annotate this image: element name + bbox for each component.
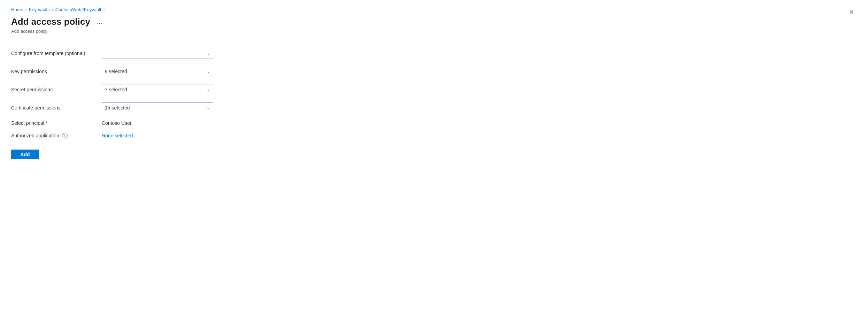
add-button[interactable]: Add	[11, 150, 39, 159]
breadcrumb: Home › Key vaults › ContosoWeb2Keyvault …	[11, 7, 857, 12]
secret-permissions-row: Secret permissions 7 selected ⌄	[11, 84, 857, 95]
certificate-permissions-label: Certificate permissions	[11, 105, 102, 111]
chevron-down-icon: ⌄	[207, 69, 210, 74]
principal-value: Contoso User	[102, 120, 132, 126]
page-title: Add access policy	[11, 16, 90, 27]
configure-template-dropdown[interactable]: ⌄	[102, 48, 213, 59]
chevron-down-icon: ⌄	[207, 51, 210, 56]
info-icon[interactable]: i	[62, 133, 68, 138]
chevron-down-icon: ⌄	[207, 105, 210, 110]
none-selected-link[interactable]: None selected	[102, 133, 133, 138]
configure-template-row: Configure from template (optional) ⌄	[11, 48, 857, 59]
key-permissions-label: Key permissions	[11, 69, 102, 74]
chevron-down-icon: ⌄	[207, 87, 210, 92]
breadcrumb-keyvault[interactable]: ContosoWeb2Keyvault	[55, 7, 101, 12]
breadcrumb-separator-3: ›	[103, 7, 105, 12]
secret-permissions-dropdown[interactable]: 7 selected ⌄	[102, 84, 213, 95]
key-permissions-value: 9 selected	[105, 69, 127, 74]
secret-permissions-label: Secret permissions	[11, 87, 102, 92]
certificate-permissions-value: 15 selected	[105, 105, 130, 111]
authorized-application-label: Authorized application i	[11, 133, 102, 138]
select-principal-row: Select principal * Contoso User	[11, 120, 857, 126]
breadcrumb-separator-1: ›	[25, 7, 27, 12]
breadcrumb-key-vaults[interactable]: Key vaults	[29, 7, 50, 12]
authorized-application-row: Authorized application i None selected	[11, 133, 857, 138]
form-container: Configure from template (optional) ⌄ Key…	[11, 48, 857, 159]
breadcrumb-home[interactable]: Home	[11, 7, 23, 12]
breadcrumb-separator-2: ›	[52, 7, 53, 12]
required-star: *	[46, 120, 47, 126]
close-button[interactable]: ✕	[846, 7, 857, 17]
key-permissions-row: Key permissions 9 selected ⌄	[11, 66, 857, 77]
configure-template-label: Configure from template (optional)	[11, 51, 102, 56]
page-subtitle: Add access policy	[11, 29, 857, 34]
certificate-permissions-row: Certificate permissions 15 selected ⌄	[11, 102, 857, 113]
more-options-button[interactable]: ...	[94, 17, 105, 26]
secret-permissions-value: 7 selected	[105, 87, 127, 92]
select-principal-label: Select principal *	[11, 120, 102, 126]
add-button-row: Add	[11, 145, 857, 159]
page-container: Home › Key vaults › ContosoWeb2Keyvault …	[0, 0, 868, 166]
key-permissions-dropdown[interactable]: 9 selected ⌄	[102, 66, 213, 77]
certificate-permissions-dropdown[interactable]: 15 selected ⌄	[102, 102, 213, 113]
page-header: Add access policy ...	[11, 16, 857, 27]
